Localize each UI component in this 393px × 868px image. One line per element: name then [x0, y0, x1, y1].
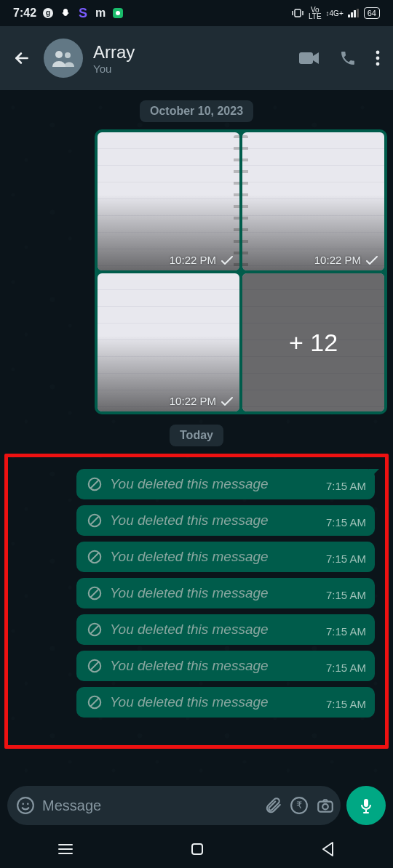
deleted-message-time: 7:15 AM: [322, 625, 366, 638]
deleted-message-bubble[interactable]: You deleted this message 7:15 AM: [76, 578, 375, 608]
album-cell[interactable]: 10:22 PM: [98, 273, 239, 411]
nav-recent-button[interactable]: [57, 843, 74, 856]
deleted-message-bubble[interactable]: You deleted this message 7:15 AM: [76, 469, 375, 499]
nav-back-button[interactable]: [321, 841, 336, 857]
deleted-message-time: 7:15 AM: [322, 662, 366, 674]
status-time: 7:42: [13, 7, 36, 20]
deleted-message-time: 7:15 AM: [322, 698, 366, 710]
deleted-message-text: You deleted this message: [110, 585, 314, 601]
composer-bar: ₹: [0, 781, 393, 830]
svg-line-20: [91, 553, 99, 561]
voice-call-button[interactable]: [339, 49, 357, 67]
svg-line-22: [91, 590, 99, 598]
deleted-message-row[interactable]: You deleted this message 7:15 AM: [18, 542, 375, 572]
camera-button[interactable]: [316, 796, 335, 815]
nav-home-button[interactable]: [189, 841, 205, 857]
more-menu-button[interactable]: [376, 49, 380, 67]
album-time: 10:22 PM: [170, 254, 216, 266]
deleted-message-row[interactable]: You deleted this message 7:15 AM: [18, 578, 375, 608]
chat-scroll-area[interactable]: October 10, 2023 10:22 PM 10:22 PM: [0, 90, 393, 781]
svg-rect-38: [192, 844, 202, 854]
status-app-icon-s: S: [77, 7, 89, 19]
deleted-message-row[interactable]: You deleted this message 7:15 AM: [18, 614, 375, 645]
payment-button[interactable]: ₹: [290, 796, 309, 815]
chat-title-block[interactable]: Array You: [90, 42, 291, 75]
svg-point-12: [376, 51, 380, 55]
deleted-message-time: 7:15 AM: [322, 516, 366, 529]
album-more-label: + 12: [289, 329, 338, 357]
deleted-message-time: 7:15 AM: [322, 480, 366, 492]
deleted-message-row[interactable]: You deleted this message 7:15 AM: [18, 469, 375, 499]
svg-rect-7: [354, 10, 356, 17]
svg-line-18: [91, 517, 99, 525]
prohibit-icon: [87, 476, 103, 492]
deleted-message-text: You deleted this message: [110, 549, 314, 565]
prohibit-icon: [87, 585, 103, 601]
deleted-message-bubble[interactable]: You deleted this message 7:15 AM: [76, 651, 375, 681]
album-cell[interactable]: 10:22 PM: [98, 132, 239, 270]
svg-line-16: [91, 481, 99, 489]
deleted-message-bubble[interactable]: You deleted this message 7:15 AM: [76, 687, 375, 718]
svg-point-9: [55, 51, 63, 58]
chat-avatar[interactable]: [44, 39, 83, 78]
vibrate-icon: [291, 8, 304, 18]
svg-point-13: [376, 57, 380, 60]
svg-point-31: [27, 803, 29, 805]
status-right: VoLTE ↕4G+ 64: [291, 7, 380, 20]
signal-icon: [348, 9, 360, 17]
svg-point-29: [17, 797, 33, 813]
deleted-message-bubble[interactable]: You deleted this message 7:15 AM: [76, 542, 375, 572]
svg-point-30: [22, 803, 24, 805]
deleted-message-text: You deleted this message: [110, 658, 314, 674]
deleted-message-row[interactable]: You deleted this message 7:15 AM: [18, 505, 375, 536]
svg-line-24: [91, 626, 99, 634]
status-app-icon-m: m: [95, 7, 106, 19]
system-nav-bar: [0, 830, 393, 868]
deleted-message-bubble[interactable]: You deleted this message 7:15 AM: [76, 505, 375, 536]
svg-point-14: [376, 63, 380, 66]
mic-send-button[interactable]: [346, 786, 386, 825]
chat-subtitle: You: [93, 63, 291, 75]
svg-text:₹: ₹: [296, 800, 302, 811]
emoji-button[interactable]: [16, 796, 35, 815]
deleted-message-text: You deleted this message: [110, 694, 314, 710]
attach-button[interactable]: [263, 796, 282, 815]
svg-rect-34: [318, 802, 333, 812]
status-app-icon-snap: [60, 7, 71, 19]
prohibit-icon: [87, 622, 103, 638]
prohibit-icon: [87, 513, 103, 529]
album-cell[interactable]: 10:22 PM: [242, 132, 384, 270]
deleted-message-row[interactable]: You deleted this message 7:15 AM: [18, 651, 375, 681]
image-album-message[interactable]: 10:22 PM 10:22 PM 10:22 PM: [95, 129, 387, 414]
chat-header: Array You: [0, 26, 393, 90]
sent-check-icon: [221, 396, 234, 406]
svg-rect-37: [363, 812, 369, 813]
svg-rect-11: [299, 52, 313, 64]
status-app-icon-g: g: [42, 7, 54, 19]
svg-text:g: g: [46, 9, 50, 17]
svg-point-10: [65, 52, 71, 58]
album-time: 10:22 PM: [314, 254, 361, 266]
video-call-button[interactable]: [298, 50, 320, 66]
deleted-message-bubble[interactable]: You deleted this message 7:15 AM: [76, 614, 375, 645]
svg-point-3: [116, 11, 120, 15]
svg-rect-4: [295, 9, 301, 17]
status-left: 7:42 g S m: [13, 7, 124, 20]
prohibit-icon: [87, 658, 103, 674]
album-cell-more[interactable]: + 12: [242, 273, 384, 411]
composer-pill: ₹: [7, 786, 341, 825]
status-volte: VoLTE: [309, 7, 322, 20]
status-bar: 7:42 g S m VoLTE ↕4G+ 64: [0, 0, 393, 26]
status-battery: 64: [364, 7, 380, 19]
message-input[interactable]: [42, 797, 256, 814]
status-app-icon-chat: [112, 7, 124, 19]
highlight-deleted-group: You deleted this message 7:15 AM You del…: [4, 454, 389, 749]
svg-rect-6: [351, 12, 353, 17]
svg-point-35: [322, 804, 328, 810]
back-button[interactable]: [7, 44, 36, 73]
deleted-message-row[interactable]: You deleted this message 7:15 AM: [18, 687, 375, 718]
svg-rect-8: [357, 9, 359, 17]
chat-title: Array: [93, 42, 291, 63]
svg-line-28: [91, 699, 99, 707]
status-4g: ↕4G+: [326, 10, 344, 17]
